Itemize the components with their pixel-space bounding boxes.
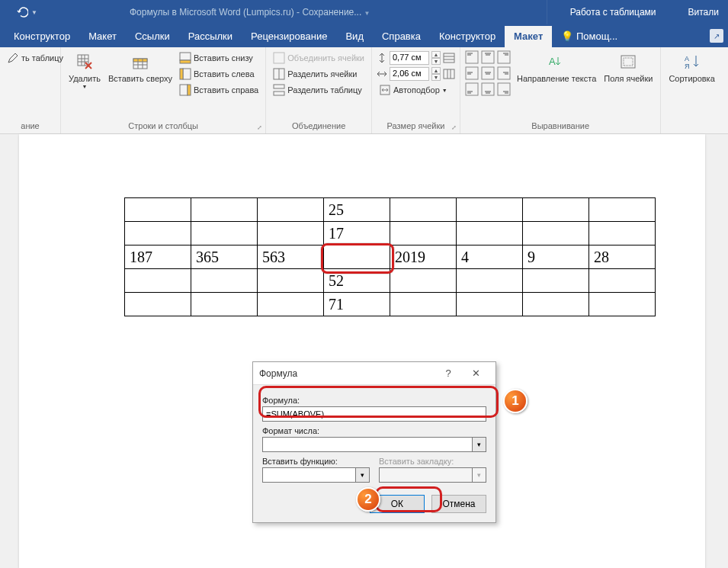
insert-left-icon: [179, 68, 191, 80]
insert-above-button[interactable]: Вставить сверху: [105, 50, 175, 85]
ribbon-tabs: Конструктор Макет Ссылки Рассылки Реценз…: [0, 24, 728, 47]
svg-rect-59: [624, 58, 633, 66]
insert-above-icon: [130, 52, 150, 72]
svg-rect-18: [274, 53, 284, 63]
distribute-cols-icon[interactable]: [443, 69, 455, 79]
spin-down-icon[interactable]: ▼: [431, 74, 441, 81]
draw-table-button[interactable]: ть таблицу: [5, 50, 66, 66]
svg-rect-23: [444, 53, 454, 63]
chevron-down-icon[interactable]: ▾: [356, 467, 370, 483]
sort-icon: АЯ: [682, 52, 702, 72]
insert-right-button[interactable]: Вставить справа: [177, 82, 261, 98]
text-direction-button[interactable]: A Направление текста: [514, 50, 599, 85]
svg-rect-30: [466, 51, 478, 63]
split-cells-button[interactable]: Разделить ячейки: [271, 66, 359, 82]
share-icon[interactable]: ↗: [710, 29, 723, 43]
svg-text:A: A: [549, 56, 556, 67]
tab-links[interactable]: Ссылки: [126, 26, 179, 47]
tab-layout[interactable]: Макет: [79, 26, 126, 47]
svg-rect-26: [444, 69, 454, 79]
align-br-icon[interactable]: [497, 82, 512, 98]
align-bc-icon[interactable]: [481, 82, 496, 98]
annotation-badge-2: 2: [356, 487, 380, 512]
spin-up-icon[interactable]: ▲: [431, 67, 441, 74]
tab-mailings[interactable]: Рассылки: [179, 26, 242, 47]
close-icon[interactable]: ✕: [462, 367, 489, 379]
svg-rect-51: [482, 83, 494, 95]
word-table[interactable]: 25 17 18736556320194928 52 71: [124, 197, 656, 316]
table-row: 71: [125, 293, 656, 316]
help-icon[interactable]: ?: [435, 367, 462, 379]
qat-dropdown-icon[interactable]: ▼: [31, 9, 37, 16]
table-row: 18736556320194928: [125, 245, 656, 269]
tab-constructor[interactable]: Конструктор: [0, 26, 79, 47]
insert-below-icon: [179, 52, 191, 64]
spin-up-icon[interactable]: ▲: [431, 51, 441, 58]
undo-icon[interactable]: [16, 6, 28, 18]
autofit-icon: [379, 84, 391, 96]
table-delete-icon: [75, 52, 95, 72]
dialog-titlebar[interactable]: Формула ? ✕: [253, 362, 495, 385]
group-label-draw: ание: [5, 120, 56, 132]
insert-bookmark-combo: ▾: [379, 467, 486, 483]
align-tc-icon[interactable]: [481, 50, 496, 66]
group-label-merge: Объединение: [271, 120, 367, 132]
align-tl-icon[interactable]: [465, 50, 480, 66]
title-bar: ▼ Формулы в Microsoft Word (Lumpics.ru) …: [0, 0, 728, 24]
ribbon: ть таблицу ание Удалить▼ Вставить сверху…: [0, 47, 728, 134]
svg-rect-17: [188, 85, 191, 95]
svg-rect-12: [180, 53, 191, 60]
alignment-grid[interactable]: [465, 50, 512, 98]
split-table-button[interactable]: Разделить таблицу: [271, 82, 364, 98]
svg-rect-36: [498, 51, 510, 63]
number-format-combo[interactable]: ▾: [262, 437, 486, 452]
svg-rect-8: [133, 59, 147, 62]
text-direction-icon: A: [547, 52, 566, 72]
tab-tell-me[interactable]: 💡 Помощ...: [552, 26, 627, 47]
dialog-launcher-icon[interactable]: ⤢: [257, 124, 262, 131]
align-tr-icon[interactable]: [497, 50, 512, 66]
svg-rect-21: [274, 85, 284, 88]
autofit-button[interactable]: Автоподбор ▼: [377, 82, 450, 98]
align-mc-icon[interactable]: [481, 66, 496, 82]
svg-rect-39: [466, 67, 478, 79]
tab-table-constructor[interactable]: Конструктор: [430, 26, 505, 47]
distribute-rows-icon[interactable]: [443, 53, 455, 63]
svg-rect-16: [180, 85, 188, 95]
dialog-launcher-icon[interactable]: ⤢: [451, 124, 457, 131]
user-name[interactable]: Витали: [679, 7, 728, 18]
active-formula-cell[interactable]: [324, 245, 390, 269]
align-bl-icon[interactable]: [465, 82, 480, 98]
row-height-field[interactable]: 0,77 см ▲▼: [377, 50, 455, 66]
group-label-cell-size: Размер ячейки: [377, 120, 455, 132]
align-ml-icon[interactable]: [465, 66, 480, 82]
svg-rect-48: [466, 83, 478, 95]
svg-rect-14: [183, 69, 191, 79]
insert-bookmark-label: Вставить закладку:: [379, 457, 486, 466]
svg-rect-42: [482, 67, 494, 79]
tab-table-layout[interactable]: Макет: [505, 26, 552, 47]
tab-view[interactable]: Вид: [336, 26, 373, 47]
document-page: 25 17 18736556320194928 52 71 Формула ? …: [19, 134, 705, 568]
delete-button[interactable]: Удалить▼: [66, 50, 104, 92]
formula-input[interactable]: [262, 406, 486, 422]
table-row: 52: [125, 269, 656, 293]
sort-button[interactable]: АЯ Сортировка: [665, 50, 717, 85]
col-width-field[interactable]: 2,06 см ▲▼: [377, 66, 455, 82]
tab-help[interactable]: Справка: [373, 26, 430, 47]
cell-margins-button[interactable]: Поля ячейки: [601, 50, 656, 85]
svg-rect-45: [498, 67, 510, 79]
merge-cells-icon: [273, 52, 285, 64]
insert-left-button[interactable]: Вставить слева: [177, 66, 261, 82]
insert-function-combo[interactable]: ▾: [262, 467, 370, 483]
table-tools-context-label: Работа с таблицами: [547, 0, 679, 24]
align-mr-icon[interactable]: [497, 66, 512, 82]
svg-rect-13: [180, 60, 191, 63]
cancel-button[interactable]: Отмена: [431, 495, 486, 513]
table-row: 17: [125, 222, 656, 245]
chevron-down-icon[interactable]: ▾: [473, 437, 486, 452]
insert-below-button[interactable]: Вставить снизу: [177, 50, 261, 66]
svg-rect-22: [274, 91, 284, 95]
tab-review[interactable]: Рецензирование: [242, 26, 336, 47]
spin-down-icon[interactable]: ▼: [431, 58, 441, 65]
